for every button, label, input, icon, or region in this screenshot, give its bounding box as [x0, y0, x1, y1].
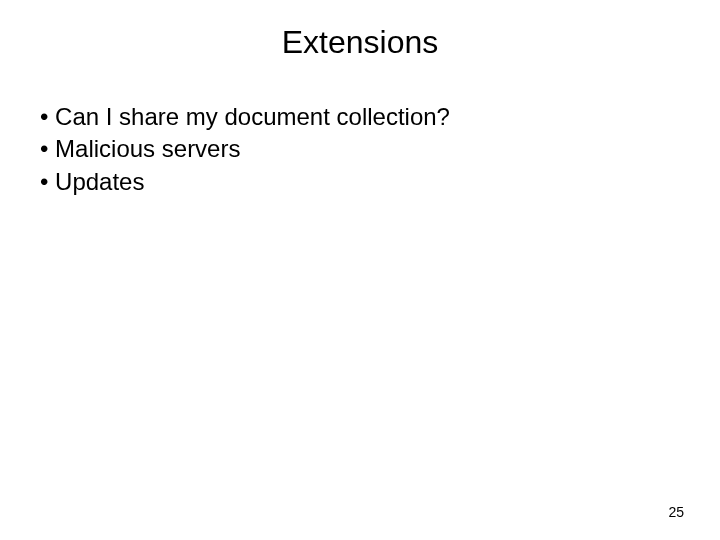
- slide: Extensions Can I share my document colle…: [0, 0, 720, 540]
- bullet-item: Updates: [40, 166, 680, 198]
- bullet-item: Malicious servers: [40, 133, 680, 165]
- bullet-list: Can I share my document collection? Mali…: [40, 101, 680, 198]
- page-number: 25: [668, 504, 684, 520]
- bullet-item: Can I share my document collection?: [40, 101, 680, 133]
- slide-title: Extensions: [40, 24, 680, 61]
